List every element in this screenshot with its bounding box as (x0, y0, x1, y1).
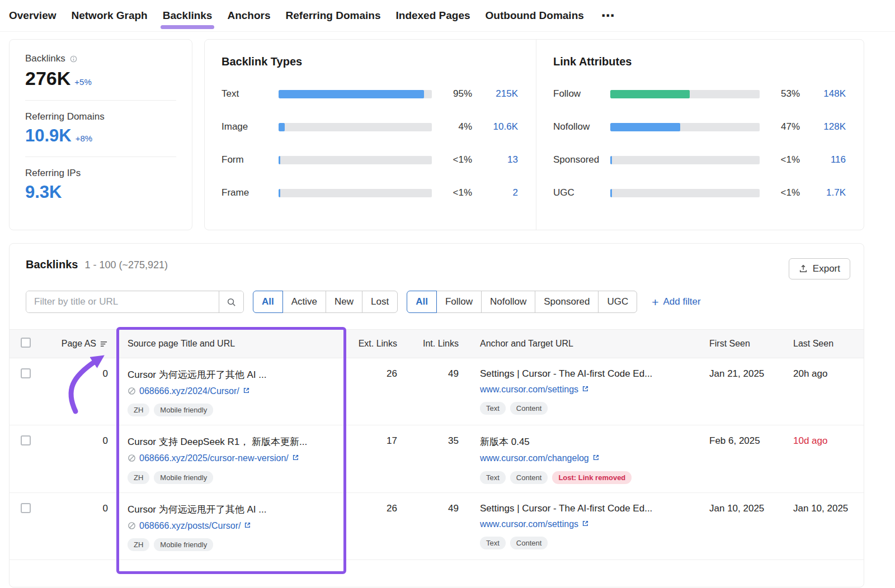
source-title: Cursor 为何远远甩开了其他 AI ... (128, 503, 335, 516)
tag-pill: Content (510, 537, 548, 549)
percent-label: <1% (760, 154, 800, 165)
filter-input[interactable] (26, 291, 219, 312)
bar-track (279, 156, 432, 164)
row-checkbox[interactable] (21, 368, 31, 378)
external-link-icon[interactable] (292, 454, 299, 461)
metric-value-text: 9.3K (25, 182, 62, 202)
tab-referring-domains[interactable]: Referring Domains (286, 0, 381, 31)
tag-pill: ZH (128, 471, 149, 484)
tag-pill: Text (480, 471, 506, 484)
ext-links-value: 17 (343, 425, 399, 492)
lost-link-badge: Lost: Link removed (552, 471, 632, 484)
count-link[interactable]: 10.6K (472, 121, 518, 132)
int-links-value: 49 (399, 358, 461, 425)
export-label: Export (813, 263, 840, 274)
bar-track (610, 123, 760, 131)
column-page-as[interactable]: Page AS (62, 339, 96, 349)
first-seen-value: Feb 6, 2025 (690, 425, 774, 492)
tab-label: Outbound Domains (486, 10, 584, 22)
target-url-link[interactable]: www.cursor.com/settings (480, 383, 578, 396)
table-row: 0 Cursor 为何远远甩开了其他 AI ... 068666.xyz/202… (10, 358, 864, 425)
external-link-icon[interactable] (592, 454, 600, 461)
category-label: Text (222, 88, 279, 99)
metric-value-text: 10.9K (25, 126, 72, 146)
count-link[interactable]: 128K (800, 121, 846, 132)
tab-indexed-pages[interactable]: Indexed Pages (396, 0, 470, 31)
add-filter-button[interactable]: + Add filter (652, 296, 700, 308)
row-checkbox[interactable] (21, 503, 31, 513)
tab-label: Anchors (227, 10, 270, 22)
select-all-checkbox[interactable] (21, 338, 31, 348)
percent-label: 47% (760, 121, 800, 132)
tab-network-graph[interactable]: Network Graph (72, 0, 148, 31)
count-link[interactable]: 116 (800, 154, 846, 165)
chart-title: Link Attributes (553, 55, 846, 68)
bar-track (279, 123, 432, 131)
tab-backlinks[interactable]: Backlinks (163, 0, 213, 31)
attr-filter-follow[interactable]: Follow (436, 291, 482, 313)
export-icon (799, 264, 808, 273)
count-link[interactable]: 2 (472, 187, 518, 198)
tab-overview[interactable]: Overview (9, 0, 56, 31)
column-source-title-url[interactable]: Source page Title and URL (111, 339, 343, 349)
tab-outbound-domains[interactable]: Outbound Domains (486, 0, 584, 31)
row-checkbox[interactable] (21, 435, 31, 445)
page-as-value: 0 (44, 358, 111, 425)
source-url-link[interactable]: 068666.xyz/2025/cursor-new-version/ (139, 452, 289, 464)
table-row: 0 Cursor 支持 DeepSeek R1， 新版本更新... 068666… (10, 425, 864, 492)
tab-label: Overview (9, 10, 56, 22)
bar-track (610, 156, 760, 164)
status-filter-active[interactable]: Active (282, 291, 326, 313)
chart-row: Sponsored <1% 116 (553, 154, 846, 165)
status-filter-new[interactable]: New (326, 291, 362, 313)
bar-fill (279, 189, 280, 197)
external-link-icon[interactable] (243, 387, 250, 394)
table-row: 0 Cursor 为何远远甩开了其他 AI ... 068666.xyz/pos… (10, 493, 864, 560)
source-cell: Cursor 为何远远甩开了其他 AI ... 068666.xyz/2024/… (111, 358, 343, 425)
title-url-filter (26, 291, 244, 313)
tab-label: Backlinks (163, 10, 213, 22)
chart-row: Nofollow 47% 128K (553, 121, 846, 132)
source-url-link[interactable]: 068666.xyz/2024/Cursor/ (139, 385, 239, 397)
tag-pill: Mobile friendly (154, 538, 213, 551)
referring-domains-metric-value: 10.9K +8% (25, 126, 176, 146)
backlinks-table-card: Backlinks 1 - 100 (~275,921) Export All … (9, 243, 864, 587)
top-nav: Overview Network Graph Backlinks Anchors… (0, 0, 895, 32)
export-button[interactable]: Export (789, 258, 850, 279)
target-url-link[interactable]: www.cursor.com/settings (480, 518, 578, 530)
sort-icon[interactable] (100, 340, 108, 348)
attr-filter-sponsored[interactable]: Sponsored (535, 291, 599, 313)
column-last-seen[interactable]: Last Seen (774, 339, 864, 349)
external-link-icon[interactable] (582, 385, 589, 392)
info-icon[interactable] (70, 55, 77, 63)
target-url-link[interactable]: www.cursor.com/changelog (480, 452, 589, 464)
external-link-icon[interactable] (244, 521, 251, 529)
column-anchor-target-url[interactable]: Anchor and Target URL (461, 339, 690, 349)
chart-row: UGC <1% 1.7K (553, 187, 846, 198)
source-url-link[interactable]: 068666.xyz/posts/Cursor/ (139, 520, 241, 532)
count-link[interactable]: 148K (800, 88, 846, 99)
search-button[interactable] (219, 291, 243, 312)
chart-row: Follow 53% 148K (553, 88, 846, 99)
first-seen-value: Jan 10, 2025 (690, 493, 774, 559)
column-int-links[interactable]: Int. Links (399, 339, 461, 349)
attr-filter-nofollow[interactable]: Nofollow (481, 291, 535, 313)
tab-anchors[interactable]: Anchors (227, 0, 270, 31)
more-tabs-icon[interactable]: ⋯ (601, 8, 615, 23)
column-ext-links[interactable]: Ext. Links (343, 339, 399, 349)
count-link[interactable]: 13 (472, 154, 518, 165)
last-seen-value: 10d ago (774, 425, 864, 492)
count-link[interactable]: 1.7K (800, 187, 846, 198)
status-filter-all[interactable]: All (253, 291, 283, 313)
ext-links-value: 26 (343, 358, 399, 425)
status-filter-lost[interactable]: Lost (362, 291, 398, 313)
int-links-value: 35 (399, 425, 461, 492)
chart-row: Text 95% 215K (222, 88, 518, 99)
first-seen-value: Jan 21, 2025 (690, 358, 774, 425)
external-link-icon[interactable] (582, 520, 589, 527)
noindex-icon (128, 387, 136, 395)
attr-filter-ugc[interactable]: UGC (598, 291, 637, 313)
count-link[interactable]: 215K (472, 88, 518, 99)
column-first-seen[interactable]: First Seen (690, 339, 774, 349)
attr-filter-all[interactable]: All (407, 291, 437, 313)
